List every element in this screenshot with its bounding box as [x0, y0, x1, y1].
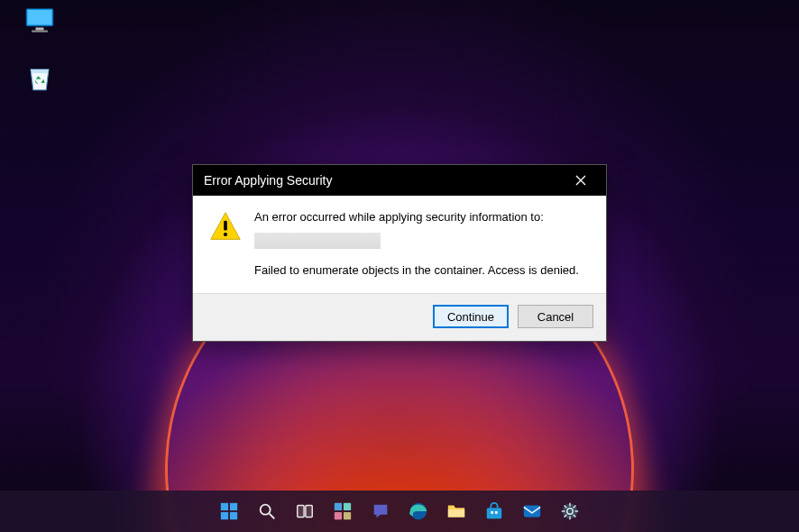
- file-explorer-icon: [446, 501, 466, 521]
- svg-rect-4: [224, 221, 227, 231]
- redacted-path: [254, 233, 381, 249]
- dialog-body: An error occurred while applying securit…: [193, 196, 606, 293]
- dialog-message-line2: Failed to enumerate objects in the conta…: [254, 263, 590, 277]
- svg-rect-1: [28, 10, 52, 25]
- taskbar-search[interactable]: [251, 495, 283, 527]
- svg-rect-21: [491, 511, 493, 514]
- taskbar-chat[interactable]: [364, 495, 397, 527]
- svg-rect-12: [298, 506, 304, 518]
- dialog-titlebar[interactable]: Error Applying Security: [193, 165, 606, 196]
- svg-rect-22: [495, 511, 498, 514]
- recycle-bin-icon: [24, 63, 55, 94]
- continue-button[interactable]: Continue: [433, 305, 509, 328]
- svg-rect-8: [221, 512, 228, 519]
- svg-rect-3: [32, 31, 48, 32]
- desktop-icon-recycle-bin[interactable]: [11, 63, 69, 110]
- taskbar-start[interactable]: [213, 495, 245, 527]
- warning-icon: [209, 210, 242, 282]
- settings-icon: [560, 501, 580, 521]
- store-icon: [484, 501, 504, 521]
- close-icon: [575, 175, 586, 186]
- taskbar-settings[interactable]: [554, 495, 586, 527]
- dialog-title: Error Applying Security: [204, 173, 332, 188]
- start-icon: [219, 501, 239, 521]
- svg-rect-20: [487, 508, 502, 518]
- svg-rect-9: [230, 512, 237, 519]
- mail-icon: [522, 501, 542, 521]
- svg-line-11: [270, 514, 275, 519]
- dialog-footer: Continue Cancel: [193, 293, 606, 341]
- error-dialog: Error Applying Security An error occurre…: [192, 164, 607, 342]
- taskbar-mail[interactable]: [516, 495, 548, 527]
- svg-point-5: [224, 233, 227, 236]
- taskbar-store[interactable]: [478, 495, 510, 527]
- svg-rect-13: [306, 506, 312, 518]
- taskbar-file-explorer[interactable]: [440, 495, 473, 527]
- chat-icon: [371, 501, 390, 521]
- svg-rect-17: [344, 512, 351, 519]
- svg-rect-2: [36, 28, 44, 31]
- widgets-icon: [333, 501, 353, 521]
- svg-rect-14: [335, 503, 342, 510]
- cancel-button[interactable]: Cancel: [518, 305, 593, 328]
- task-view-icon: [295, 501, 315, 521]
- close-button[interactable]: [561, 168, 601, 193]
- monitor-icon: [23, 7, 56, 34]
- taskbar: [0, 491, 799, 532]
- svg-rect-15: [344, 503, 351, 510]
- desktop-icon-area: [11, 7, 69, 119]
- svg-rect-16: [335, 512, 342, 519]
- svg-rect-6: [221, 503, 228, 510]
- taskbar-widgets[interactable]: [326, 495, 359, 527]
- svg-rect-23: [524, 506, 540, 518]
- svg-point-10: [261, 505, 271, 515]
- dialog-message: An error occurred while applying securit…: [254, 210, 590, 282]
- taskbar-task-view[interactable]: [289, 495, 321, 527]
- search-icon: [257, 501, 277, 521]
- svg-rect-19: [448, 509, 464, 517]
- dialog-message-line1: An error occurred while applying securit…: [254, 210, 590, 224]
- svg-rect-7: [230, 503, 237, 510]
- edge-icon: [409, 501, 428, 521]
- taskbar-edge[interactable]: [402, 495, 435, 527]
- desktop-icon-this-pc[interactable]: [11, 7, 69, 54]
